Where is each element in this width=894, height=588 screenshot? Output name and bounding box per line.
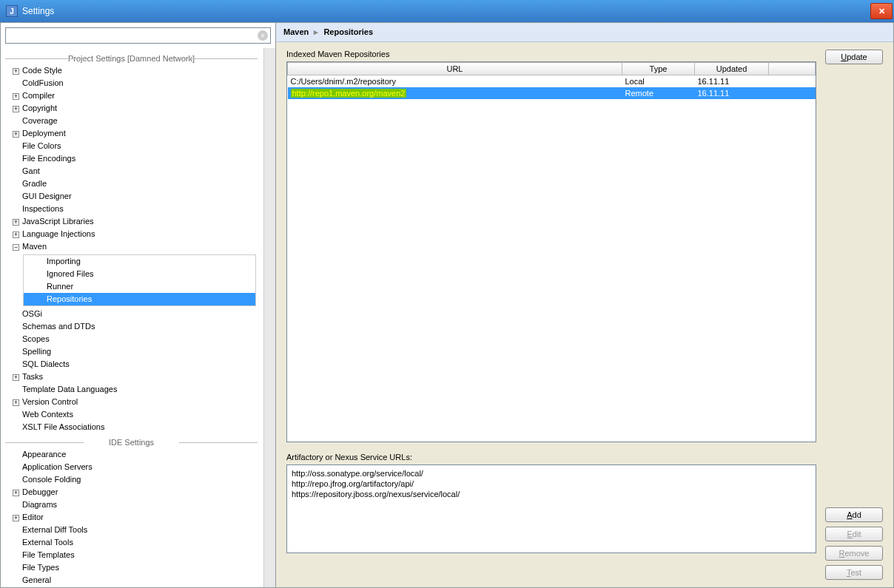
test-button[interactable]: Test <box>825 565 883 580</box>
tree-item[interactable]: Template Data Languages <box>1 383 262 396</box>
tree-item[interactable]: +Language Injections <box>1 228 262 240</box>
list-item[interactable]: http://oss.sonatype.org/service/local/ <box>290 468 813 479</box>
tree-item[interactable]: File Templates <box>1 549 262 561</box>
tree-item[interactable]: +Copyright <box>1 102 262 115</box>
tree-item[interactable]: Importing <box>24 255 255 268</box>
tree-item-label: ColdFusion <box>22 78 64 87</box>
tree-item-label: File Types <box>22 563 59 572</box>
tree-item[interactable]: General <box>1 574 262 587</box>
tree-item-label: OSGi <box>22 309 42 318</box>
tree-item-label: Gradle <box>22 179 47 188</box>
clear-search-icon[interactable]: × <box>258 30 268 41</box>
tree-item-label: Appearance <box>22 450 66 459</box>
expand-icon[interactable]: + <box>13 106 19 112</box>
expand-icon[interactable]: + <box>13 68 19 75</box>
expand-icon[interactable]: + <box>13 93 19 100</box>
breadcrumb: Maven ▸ Repositories <box>276 23 893 42</box>
tree-item[interactable]: GUI Designer <box>1 190 262 203</box>
expand-icon[interactable]: + <box>13 232 19 238</box>
tree-item-label: Importing <box>47 257 81 266</box>
tree-item-label: Console Folding <box>22 475 81 484</box>
collapse-icon[interactable]: − <box>13 244 19 251</box>
col-url[interactable]: URL <box>288 63 622 75</box>
chevron-right-icon: ▸ <box>314 27 318 36</box>
tree-item-label: Coverage <box>22 116 58 125</box>
tree-item[interactable]: Gant <box>1 165 262 178</box>
tree-item[interactable]: +Deployment <box>1 127 262 140</box>
table-row[interactable]: http://repo1.maven.org/maven2Remote16.11… <box>288 87 816 99</box>
breadcrumb-root[interactable]: Maven <box>283 27 309 36</box>
tree-item-label: File Colors <box>22 141 61 150</box>
list-item[interactable]: http://repo.jfrog.org/artifactory/api/ <box>290 479 813 489</box>
tree-item[interactable]: File Types <box>1 561 262 574</box>
tree-item[interactable]: +Editor <box>1 511 262 524</box>
tree-item[interactable]: Application Servers <box>1 461 262 473</box>
col-extra[interactable] <box>769 63 816 75</box>
tree-item[interactable]: Gradle <box>1 178 262 190</box>
tree-item[interactable]: +Code Style <box>1 64 262 77</box>
tree-item[interactable]: +Version Control <box>1 396 262 408</box>
service-url-list[interactable]: http://oss.sonatype.org/service/local/ht… <box>286 464 816 553</box>
tree-item[interactable]: Diagrams <box>1 499 262 511</box>
tree-item[interactable]: Appearance <box>1 448 262 461</box>
tree-item[interactable]: Runner <box>24 280 255 293</box>
tree-item[interactable]: +Tasks <box>1 371 262 383</box>
tree-item[interactable]: File Colors <box>1 140 262 152</box>
expand-icon[interactable]: + <box>13 374 19 381</box>
settings-tree[interactable]: Project Settings [Damned Network]+Code S… <box>1 48 263 587</box>
tree-item[interactable]: Inspections <box>1 203 262 215</box>
cell-updated: 16.11.11 <box>695 87 769 99</box>
tree-item[interactable]: +JavaScript Libraries <box>1 215 262 228</box>
tree-item[interactable]: +Compiler <box>1 89 262 102</box>
tree-item[interactable]: −Maven <box>1 240 262 253</box>
update-button[interactable]: Update <box>825 50 883 64</box>
col-updated[interactable]: Updated <box>695 63 769 75</box>
tree-item[interactable]: SQL Dialects <box>1 358 262 371</box>
tree-item[interactable]: XSLT File Associations <box>1 421 262 433</box>
tree-item[interactable]: File Encodings <box>1 152 262 165</box>
search-input[interactable] <box>5 27 271 44</box>
add-button[interactable]: Add <box>825 507 883 522</box>
expand-icon[interactable]: + <box>13 131 19 138</box>
expand-icon[interactable]: + <box>13 515 19 521</box>
tree-item[interactable]: External Diff Tools <box>1 524 262 536</box>
tree-item-label: Version Control <box>22 397 78 406</box>
tree-item-label: Debugger <box>22 487 58 496</box>
tree-item[interactable]: Web Contexts <box>1 408 262 421</box>
repos-table[interactable]: URL Type Updated C:/Users/dnim/.m2/repos… <box>286 61 816 442</box>
tree-item[interactable]: Repositories <box>24 293 255 305</box>
sidebar-scrollbar[interactable] <box>263 48 275 587</box>
tree-item-label: Deployment <box>22 129 66 138</box>
tree-item-label: Schemas and DTDs <box>22 322 95 331</box>
tree-item-label: Application Servers <box>22 462 93 471</box>
tree-item[interactable]: Scopes <box>1 333 262 345</box>
tree-item-label: Editor <box>22 513 44 521</box>
expand-icon[interactable]: + <box>13 219 19 226</box>
tree-item[interactable]: OSGi <box>1 308 262 320</box>
tree-item[interactable]: +Debugger <box>1 486 262 499</box>
cell-extra <box>769 87 816 99</box>
remove-button[interactable]: Remove <box>825 546 883 561</box>
close-button[interactable]: ✕ <box>870 3 893 19</box>
tree-item-label: File Templates <box>22 550 75 559</box>
expand-icon[interactable]: + <box>13 490 19 496</box>
tree-item[interactable]: Schemas and DTDs <box>1 320 262 333</box>
tree-item[interactable]: Console Folding <box>1 473 262 486</box>
tree-item-label: Code Style <box>22 66 62 75</box>
list-item[interactable]: https://repository.jboss.org/nexus/servi… <box>290 489 813 499</box>
tree-item[interactable]: Ignored Files <box>24 268 255 280</box>
tree-item[interactable]: External Tools <box>1 536 262 549</box>
tree-item-label: Ignored Files <box>47 269 94 278</box>
tree-item[interactable]: GitHub <box>1 587 262 587</box>
tree-item[interactable]: ColdFusion <box>1 77 262 89</box>
tree-item[interactable]: Spelling <box>1 345 262 358</box>
tree-item[interactable]: Coverage <box>1 115 262 127</box>
cell-type: Local <box>622 75 695 88</box>
expand-icon[interactable]: + <box>13 399 19 406</box>
tree-item-label: Web Contexts <box>22 410 73 419</box>
tree-item-label: Copyright <box>22 104 57 112</box>
table-row[interactable]: C:/Users/dnim/.m2/repositoryLocal16.11.1… <box>288 75 816 88</box>
col-type[interactable]: Type <box>622 63 695 75</box>
tree-item-label: Diagrams <box>22 500 57 509</box>
edit-button[interactable]: Edit <box>825 527 883 541</box>
